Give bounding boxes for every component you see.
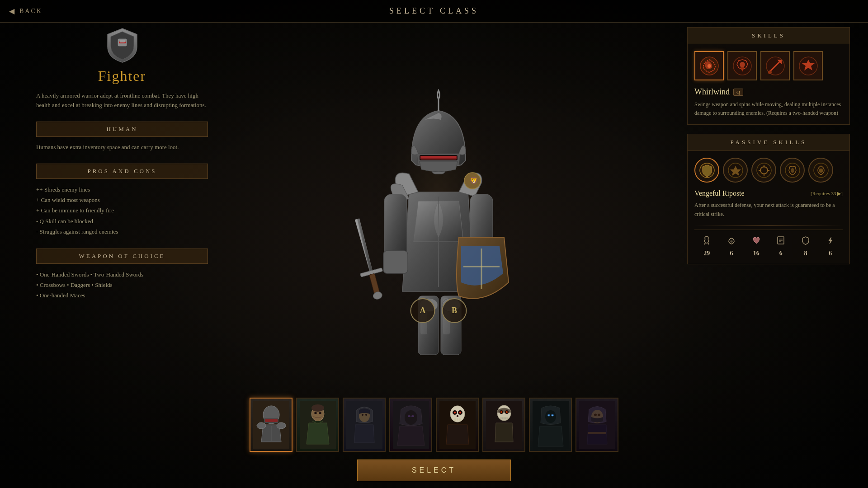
pros-cons-item: - Struggles against ranged enemies <box>36 226 208 237</box>
active-skill-name-row: Whirlwind Q <box>694 87 843 97</box>
stat-icon-2 <box>726 235 736 248</box>
passive-requirement: [Requires 33 ▶] <box>811 191 843 197</box>
stat-icon-5 <box>801 235 811 248</box>
character-select-bar <box>172 398 696 452</box>
svg-rect-13 <box>384 194 407 258</box>
skill-icon-1-inner <box>698 55 720 77</box>
page-title: SELECT CLASS <box>389 6 479 16</box>
svg-point-74 <box>454 412 456 413</box>
char-thumb-fighter-image <box>250 399 292 451</box>
svg-point-97 <box>598 413 600 416</box>
stat-value-6: 6 <box>829 250 832 257</box>
select-button-label: SELECT <box>412 466 456 474</box>
svg-point-67 <box>405 410 417 425</box>
svg-rect-98 <box>588 432 606 434</box>
svg-rect-15 <box>383 251 408 273</box>
back-button[interactable]: ◀ BACK <box>9 7 42 15</box>
char-thumb-ghost[interactable] <box>529 398 572 452</box>
char-thumb-hood[interactable] <box>389 398 432 452</box>
class-name: Fighter <box>36 68 208 84</box>
pros-cons-header: PROS AND CONS <box>36 164 208 179</box>
skill-icons-row <box>694 51 843 80</box>
char-thumb-skeleton[interactable] <box>482 398 525 452</box>
svg-text:🦁: 🦁 <box>469 176 478 185</box>
svg-point-32 <box>768 70 772 74</box>
svg-point-56 <box>277 422 286 429</box>
weapon-item: • One-handed Maces <box>36 290 208 300</box>
passive-icon-4[interactable] <box>780 158 805 183</box>
race-header: HUMAN <box>36 122 208 137</box>
class-description: A heavily armored warrior adept at front… <box>36 91 208 110</box>
stats-divider <box>694 225 843 226</box>
skill-icon-2[interactable] <box>727 51 757 80</box>
svg-point-61 <box>319 412 321 414</box>
svg-point-92 <box>548 414 549 416</box>
weapon-item: • Crossbows • Daggers • Shields <box>36 280 208 290</box>
skills-header: SKILLS <box>688 28 849 44</box>
passive-name-row: Vengeful Riposte [Requires 33 ▶] <box>694 189 843 197</box>
stat-item-2: 6 <box>719 235 744 257</box>
char-thumb-assassin[interactable] <box>576 398 618 452</box>
stat-item-4: 6 <box>769 235 793 257</box>
svg-point-64 <box>362 414 363 416</box>
passive-icon-3[interactable] <box>751 158 776 183</box>
passive-icons-row <box>694 158 843 183</box>
char-thumb-rogue-image <box>344 399 385 451</box>
stat-icon-3 <box>751 235 761 248</box>
pros-cons-item: + Can wield most weapons <box>36 195 208 205</box>
char-thumb-ranger-image <box>297 399 338 451</box>
select-button[interactable]: SELECT <box>357 460 511 481</box>
svg-point-84 <box>506 411 508 413</box>
svg-point-75 <box>459 412 461 413</box>
svg-point-96 <box>594 413 597 416</box>
class-shield-icon <box>104 27 140 63</box>
char-thumb-rogue[interactable] <box>343 398 386 452</box>
char-thumb-ghost-image <box>530 399 571 451</box>
svg-rect-25 <box>420 156 457 158</box>
char-thumb-lich-image <box>437 399 478 451</box>
stat-value-5: 8 <box>804 250 807 257</box>
skill-icon-4-inner <box>797 55 819 77</box>
svg-point-65 <box>365 414 367 416</box>
char-thumb-fighter[interactable] <box>250 398 292 452</box>
char-thumb-assassin-image <box>576 399 618 451</box>
svg-point-55 <box>257 422 266 429</box>
class-info-panel: Fighter A heavily armored warrior adept … <box>36 27 208 301</box>
svg-line-44 <box>704 243 705 244</box>
stat-item-6: 6 <box>818 235 843 257</box>
skill-icon-3[interactable] <box>760 51 790 80</box>
active-skill-description: Swings weapon and spins while moving, de… <box>694 100 843 117</box>
skill-icon-2-inner <box>731 55 753 77</box>
char-thumb-lich[interactable] <box>436 398 479 452</box>
passive-icon-5[interactable] <box>808 158 833 183</box>
passive-skill-description: After a successful defense, your next at… <box>694 201 843 218</box>
race-description: Humans have extra inventory space and ca… <box>36 142 208 152</box>
svg-point-59 <box>311 404 324 412</box>
stat-icon-6 <box>826 235 835 248</box>
stat-item-1: 29 <box>694 235 719 257</box>
pros-cons-item: - Q Skill can be blocked <box>36 216 208 226</box>
svg-point-69 <box>411 415 414 417</box>
back-arrow-icon: ◀ <box>9 7 16 15</box>
char-thumb-ranger[interactable] <box>296 398 339 452</box>
knight-figure: 🦁 <box>344 61 533 386</box>
passive-skills-section: PASSIVE SKILLS <box>687 134 850 264</box>
svg-point-93 <box>552 414 553 416</box>
svg-rect-53 <box>265 419 278 422</box>
stats-row: 29 6 <box>694 230 843 257</box>
skill-icon-1[interactable] <box>694 51 724 80</box>
passive-icon-1[interactable] <box>694 158 719 183</box>
stat-value-3: 16 <box>753 250 760 257</box>
badge-b: B <box>442 298 467 323</box>
svg-rect-78 <box>459 418 461 421</box>
svg-point-83 <box>500 411 502 413</box>
svg-point-29 <box>740 62 745 67</box>
weapon-list: • One-Handed Swords • Two-Handed Swords … <box>36 269 208 301</box>
active-skill-name: Whirlwind <box>694 87 730 97</box>
passive-icon-2[interactable] <box>723 158 748 183</box>
badge-a: A <box>410 298 435 323</box>
skill-icon-4[interactable] <box>793 51 823 80</box>
svg-line-45 <box>708 243 709 244</box>
skills-panel: SKILLS <box>687 27 850 273</box>
weapon-item: • One-Handed Swords • Two-Handed Swords <box>36 269 208 280</box>
